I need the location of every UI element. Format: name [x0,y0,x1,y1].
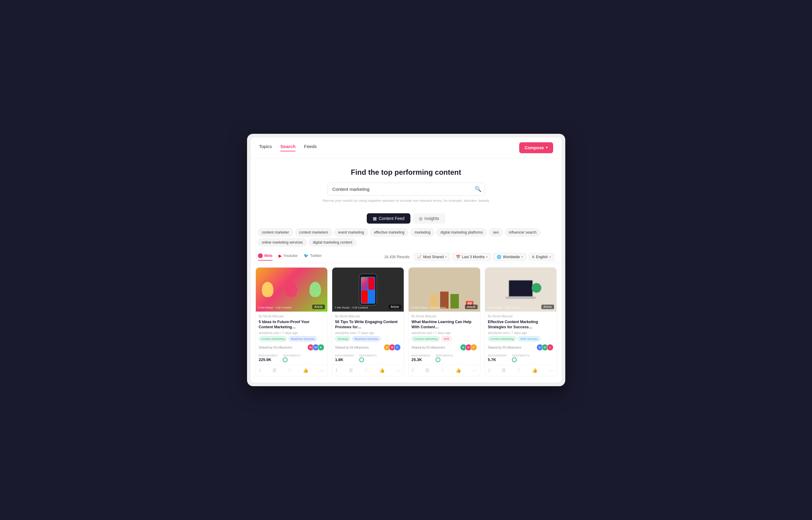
rss-button-1[interactable]: ☰ [271,367,278,374]
source-tab-youtube[interactable]: ▶ Youtube [279,253,298,261]
bookmark-button-3[interactable]: 👍 [454,367,463,374]
more-button-3[interactable]: ⋯ [471,367,478,374]
search-bar-wrap: 🔍 [327,183,485,196]
sentiment-circle-4: ☺ [512,357,530,362]
calendar-icon: 📅 [456,255,460,259]
tab-topics[interactable]: Topics [259,144,272,151]
bookmark-button-4[interactable]: 👍 [531,367,539,374]
tab-feeds[interactable]: Feeds [304,144,317,151]
card-tag[interactable]: Business Services [288,336,317,341]
card-tags-2: Strategy Business Services [335,336,401,341]
tag-row: content marketer content marketers event… [251,229,562,251]
source-tab-web[interactable]: Web [258,253,273,261]
card-title-2: 50 Tips To Write Engaging Content Previe… [335,319,401,330]
read-label-3: 10 Min Read – Full Content [411,306,446,309]
share-button-1[interactable]: ⤴ [258,367,262,374]
insights-tab[interactable]: ◎ Insights [413,213,445,224]
sentiment-stat-2: SENTIMENTS ☺ [359,354,377,362]
more-button-2[interactable]: ⋯ [395,367,402,374]
influencers-label-4: Shared by 03 influencers [488,346,522,349]
language-filter[interactable]: A English ▾ [529,253,554,261]
globe-icon: 🌐 [497,255,501,259]
card-tag[interactable]: Strategy [335,336,351,341]
tag-chip[interactable]: influencer search [505,229,540,236]
youtube-icon: ▶ [279,253,282,258]
compose-button[interactable]: Compose ▾ [519,142,553,153]
like-button-3[interactable]: ♡ [439,367,446,374]
card-tag[interactable]: Content Marketing [488,336,516,341]
hero-title: Find the top performing content [257,168,556,177]
share-button-3[interactable]: ⤴ [411,367,415,374]
card-author-3: By Nicole Malczan [412,315,477,318]
chevron-down-icon: ▾ [486,256,488,259]
chevron-down-icon: ▾ [550,256,551,259]
card-source-1: storyfyme.com • 7 days ago [259,331,324,335]
rss-button-2[interactable]: ☰ [348,367,354,374]
tag-chip[interactable]: event marketing [334,229,368,236]
content-feed-tab[interactable]: ▦ Content Feed [367,213,411,224]
content-card-2: 7 Min Read – Full Content Article By Nic… [332,267,404,377]
influencers-label-3: Shared by 03 influencers [412,346,445,349]
card-tag[interactable]: Web Services [518,336,540,341]
tag-chip[interactable]: seo [489,229,503,236]
sentiment-circle-1: ☺ [283,357,300,362]
card-tag[interactable]: Business Services [352,336,381,341]
search-input[interactable] [327,183,485,196]
card-tags-1: Content Marketing Business Services [259,336,324,341]
search-button[interactable]: 🔍 [475,186,481,192]
card-author-2: By Nicole Malczan [335,315,401,318]
sentiment-icon: ☺ [436,357,440,362]
time-filter[interactable]: 📅 Last 3 Months ▾ [452,253,491,261]
share-button-4[interactable]: ⤴ [487,367,492,374]
more-button-1[interactable]: ⋯ [318,367,326,374]
card-stats-4: ENGAGEMENT 5.7K SENTIMENTS ☺ [488,353,554,363]
avatar-stack-2: A B C [384,344,401,351]
rss-button-4[interactable]: ☰ [500,367,507,374]
like-button-1[interactable]: ♡ [286,367,293,374]
bookmark-button-1[interactable]: 👍 [302,367,310,374]
tag-chip[interactable]: content marketers [295,229,332,236]
like-button-2[interactable]: ♡ [363,367,369,374]
more-button-4[interactable]: ⋯ [548,367,555,374]
chevron-down-icon: ▾ [445,256,447,259]
filter-bar: Web ▶ Youtube 🐦 Twitter 16,436 Results 📈… [251,251,562,263]
insights-icon: ◎ [419,216,422,221]
card-image-1[interactable]: 6 Min Read – Full Content Article [256,267,327,312]
like-button-4[interactable]: ♡ [515,367,522,374]
card-tag[interactable]: Content Marketing [412,336,440,341]
sort-filter[interactable]: 📈 Most Shared ▾ [414,253,450,261]
tab-search[interactable]: Search [280,144,296,151]
card-influencers-3: Shared by 03 influencers D E F [412,343,477,351]
region-filter[interactable]: 🌐 Worldwide ▾ [494,253,526,261]
bookmark-button-2[interactable]: 👍 [378,367,386,374]
source-tab-twitter[interactable]: 🐦 Twitter [304,253,321,260]
rss-button-3[interactable]: ☰ [424,367,430,374]
header: Topics Search Feeds Compose ▾ [251,137,562,158]
tag-chip[interactable]: digital marketing content [309,238,356,246]
card-tag[interactable]: B2B [441,336,452,341]
tag-chip[interactable]: online marketing services [258,238,307,246]
card-actions-2: ⤴ ☰ ♡ 👍 ⋯ [332,365,404,376]
card-image-3[interactable]: AB 10 Min Read – Full Content Article [409,267,480,312]
sentiment-circle-3: ☺ [436,357,453,362]
card-image-2[interactable]: 7 Min Read – Full Content Article [332,267,404,312]
avatar: F [470,344,477,351]
tag-chip[interactable]: digital marketing platforms [437,229,487,236]
avatar-stack-3: D E F [460,344,477,351]
avatar-stack-4: G H I [536,344,554,351]
avatar: K [318,344,324,351]
card-tag[interactable]: Content Marketing [259,336,287,341]
tag-chip[interactable]: marketing [411,229,435,236]
engagement-stat-3: ENGAGEMENT 25.3K [412,354,431,362]
hero-section: Find the top performing content 🔍 Narrow… [251,158,562,207]
share-button-2[interactable]: ⤴ [334,367,339,374]
influencers-label-1: Shared by 03 influencers [259,346,292,349]
filter-right: 16,436 Results 📈 Most Shared ▾ 📅 Last 3 … [384,253,554,261]
card-tags-3: Content Marketing B2B [412,336,477,341]
card-influencers-4: Shared by 03 influencers G H I [488,343,554,351]
tag-chip[interactable]: effective marketing [370,229,409,236]
card-actions-3: ⤴ ☰ ♡ 👍 ⋯ [409,365,480,376]
card-image-4[interactable]: 3 Min Read – Full Content Article [485,267,557,312]
sentiment-stat-3: SENTIMENTS ☺ [436,354,453,362]
tag-chip[interactable]: content marketer [258,229,293,236]
